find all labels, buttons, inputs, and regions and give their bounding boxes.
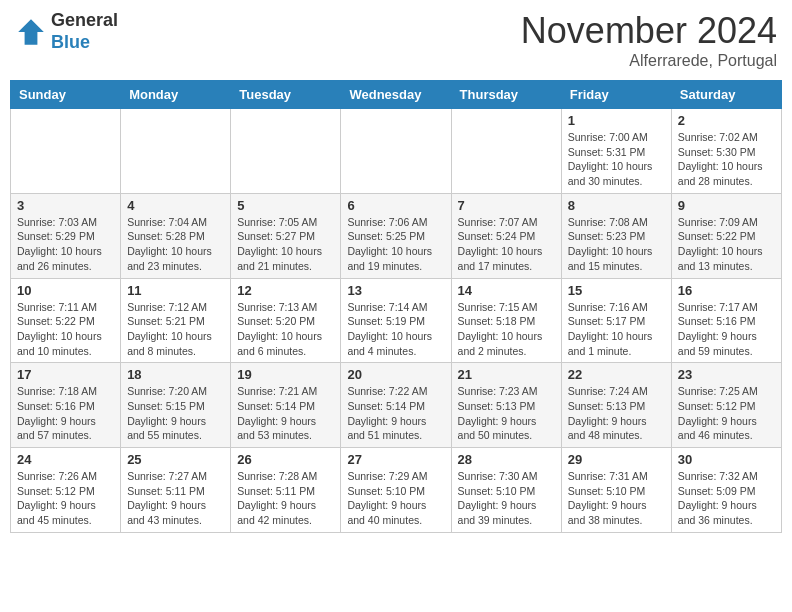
day-info: Sunrise: 7:12 AM Sunset: 5:21 PM Dayligh… [127, 300, 224, 359]
day-info: Sunrise: 7:18 AM Sunset: 5:16 PM Dayligh… [17, 384, 114, 443]
day-info: Sunrise: 7:00 AM Sunset: 5:31 PM Dayligh… [568, 130, 665, 189]
day-number: 12 [237, 283, 334, 298]
day-number: 24 [17, 452, 114, 467]
day-info: Sunrise: 7:31 AM Sunset: 5:10 PM Dayligh… [568, 469, 665, 528]
calendar-cell: 12Sunrise: 7:13 AM Sunset: 5:20 PM Dayli… [231, 278, 341, 363]
day-info: Sunrise: 7:16 AM Sunset: 5:17 PM Dayligh… [568, 300, 665, 359]
day-number: 5 [237, 198, 334, 213]
weekday-header-saturday: Saturday [671, 81, 781, 109]
title-block: November 2024 Alferrarede, Portugal [521, 10, 777, 70]
calendar-cell [341, 109, 451, 194]
day-number: 20 [347, 367, 444, 382]
calendar-cell: 20Sunrise: 7:22 AM Sunset: 5:14 PM Dayli… [341, 363, 451, 448]
calendar-cell: 19Sunrise: 7:21 AM Sunset: 5:14 PM Dayli… [231, 363, 341, 448]
calendar-cell: 11Sunrise: 7:12 AM Sunset: 5:21 PM Dayli… [121, 278, 231, 363]
day-number: 13 [347, 283, 444, 298]
calendar-cell: 16Sunrise: 7:17 AM Sunset: 5:16 PM Dayli… [671, 278, 781, 363]
day-number: 9 [678, 198, 775, 213]
calendar-cell: 26Sunrise: 7:28 AM Sunset: 5:11 PM Dayli… [231, 448, 341, 533]
day-info: Sunrise: 7:24 AM Sunset: 5:13 PM Dayligh… [568, 384, 665, 443]
calendar-cell [451, 109, 561, 194]
weekday-header-thursday: Thursday [451, 81, 561, 109]
day-number: 2 [678, 113, 775, 128]
day-number: 11 [127, 283, 224, 298]
weekday-header-sunday: Sunday [11, 81, 121, 109]
svg-marker-0 [18, 19, 44, 45]
logo-icon [15, 16, 47, 48]
day-number: 26 [237, 452, 334, 467]
calendar-cell: 17Sunrise: 7:18 AM Sunset: 5:16 PM Dayli… [11, 363, 121, 448]
day-info: Sunrise: 7:29 AM Sunset: 5:10 PM Dayligh… [347, 469, 444, 528]
day-number: 25 [127, 452, 224, 467]
week-row-1: 3Sunrise: 7:03 AM Sunset: 5:29 PM Daylig… [11, 193, 782, 278]
calendar-cell [231, 109, 341, 194]
calendar-cell: 30Sunrise: 7:32 AM Sunset: 5:09 PM Dayli… [671, 448, 781, 533]
calendar-cell: 4Sunrise: 7:04 AM Sunset: 5:28 PM Daylig… [121, 193, 231, 278]
day-number: 30 [678, 452, 775, 467]
week-row-0: 1Sunrise: 7:00 AM Sunset: 5:31 PM Daylig… [11, 109, 782, 194]
day-number: 28 [458, 452, 555, 467]
weekday-header-friday: Friday [561, 81, 671, 109]
day-info: Sunrise: 7:20 AM Sunset: 5:15 PM Dayligh… [127, 384, 224, 443]
calendar-cell: 6Sunrise: 7:06 AM Sunset: 5:25 PM Daylig… [341, 193, 451, 278]
calendar-cell: 1Sunrise: 7:00 AM Sunset: 5:31 PM Daylig… [561, 109, 671, 194]
day-number: 17 [17, 367, 114, 382]
day-info: Sunrise: 7:25 AM Sunset: 5:12 PM Dayligh… [678, 384, 775, 443]
calendar-cell: 22Sunrise: 7:24 AM Sunset: 5:13 PM Dayli… [561, 363, 671, 448]
calendar-cell: 9Sunrise: 7:09 AM Sunset: 5:22 PM Daylig… [671, 193, 781, 278]
day-number: 19 [237, 367, 334, 382]
day-info: Sunrise: 7:26 AM Sunset: 5:12 PM Dayligh… [17, 469, 114, 528]
day-info: Sunrise: 7:06 AM Sunset: 5:25 PM Dayligh… [347, 215, 444, 274]
calendar-cell [11, 109, 121, 194]
calendar-cell: 24Sunrise: 7:26 AM Sunset: 5:12 PM Dayli… [11, 448, 121, 533]
day-number: 15 [568, 283, 665, 298]
calendar-cell [121, 109, 231, 194]
logo-general: General [51, 10, 118, 32]
day-info: Sunrise: 7:05 AM Sunset: 5:27 PM Dayligh… [237, 215, 334, 274]
day-info: Sunrise: 7:14 AM Sunset: 5:19 PM Dayligh… [347, 300, 444, 359]
calendar-cell: 18Sunrise: 7:20 AM Sunset: 5:15 PM Dayli… [121, 363, 231, 448]
day-number: 1 [568, 113, 665, 128]
calendar-cell: 7Sunrise: 7:07 AM Sunset: 5:24 PM Daylig… [451, 193, 561, 278]
day-info: Sunrise: 7:21 AM Sunset: 5:14 PM Dayligh… [237, 384, 334, 443]
day-info: Sunrise: 7:03 AM Sunset: 5:29 PM Dayligh… [17, 215, 114, 274]
day-info: Sunrise: 7:08 AM Sunset: 5:23 PM Dayligh… [568, 215, 665, 274]
calendar-cell: 27Sunrise: 7:29 AM Sunset: 5:10 PM Dayli… [341, 448, 451, 533]
location: Alferrarede, Portugal [521, 52, 777, 70]
day-number: 8 [568, 198, 665, 213]
day-info: Sunrise: 7:23 AM Sunset: 5:13 PM Dayligh… [458, 384, 555, 443]
day-info: Sunrise: 7:28 AM Sunset: 5:11 PM Dayligh… [237, 469, 334, 528]
logo: General Blue [15, 10, 118, 53]
day-info: Sunrise: 7:11 AM Sunset: 5:22 PM Dayligh… [17, 300, 114, 359]
day-number: 22 [568, 367, 665, 382]
calendar-cell: 14Sunrise: 7:15 AM Sunset: 5:18 PM Dayli… [451, 278, 561, 363]
logo-blue: Blue [51, 32, 118, 54]
calendar-cell: 15Sunrise: 7:16 AM Sunset: 5:17 PM Dayli… [561, 278, 671, 363]
week-row-3: 17Sunrise: 7:18 AM Sunset: 5:16 PM Dayli… [11, 363, 782, 448]
day-number: 21 [458, 367, 555, 382]
day-info: Sunrise: 7:13 AM Sunset: 5:20 PM Dayligh… [237, 300, 334, 359]
day-number: 7 [458, 198, 555, 213]
calendar-cell: 10Sunrise: 7:11 AM Sunset: 5:22 PM Dayli… [11, 278, 121, 363]
calendar-cell: 23Sunrise: 7:25 AM Sunset: 5:12 PM Dayli… [671, 363, 781, 448]
day-number: 10 [17, 283, 114, 298]
calendar-table: SundayMondayTuesdayWednesdayThursdayFrid… [10, 80, 782, 533]
day-number: 29 [568, 452, 665, 467]
calendar-cell: 25Sunrise: 7:27 AM Sunset: 5:11 PM Dayli… [121, 448, 231, 533]
week-row-2: 10Sunrise: 7:11 AM Sunset: 5:22 PM Dayli… [11, 278, 782, 363]
weekday-header-monday: Monday [121, 81, 231, 109]
calendar-cell: 28Sunrise: 7:30 AM Sunset: 5:10 PM Dayli… [451, 448, 561, 533]
calendar-cell: 3Sunrise: 7:03 AM Sunset: 5:29 PM Daylig… [11, 193, 121, 278]
day-number: 27 [347, 452, 444, 467]
logo-text: General Blue [51, 10, 118, 53]
calendar-cell: 29Sunrise: 7:31 AM Sunset: 5:10 PM Dayli… [561, 448, 671, 533]
weekday-header-wednesday: Wednesday [341, 81, 451, 109]
day-info: Sunrise: 7:02 AM Sunset: 5:30 PM Dayligh… [678, 130, 775, 189]
day-info: Sunrise: 7:15 AM Sunset: 5:18 PM Dayligh… [458, 300, 555, 359]
day-number: 3 [17, 198, 114, 213]
month-title: November 2024 [521, 10, 777, 52]
week-row-4: 24Sunrise: 7:26 AM Sunset: 5:12 PM Dayli… [11, 448, 782, 533]
day-info: Sunrise: 7:27 AM Sunset: 5:11 PM Dayligh… [127, 469, 224, 528]
calendar-cell: 2Sunrise: 7:02 AM Sunset: 5:30 PM Daylig… [671, 109, 781, 194]
day-info: Sunrise: 7:32 AM Sunset: 5:09 PM Dayligh… [678, 469, 775, 528]
